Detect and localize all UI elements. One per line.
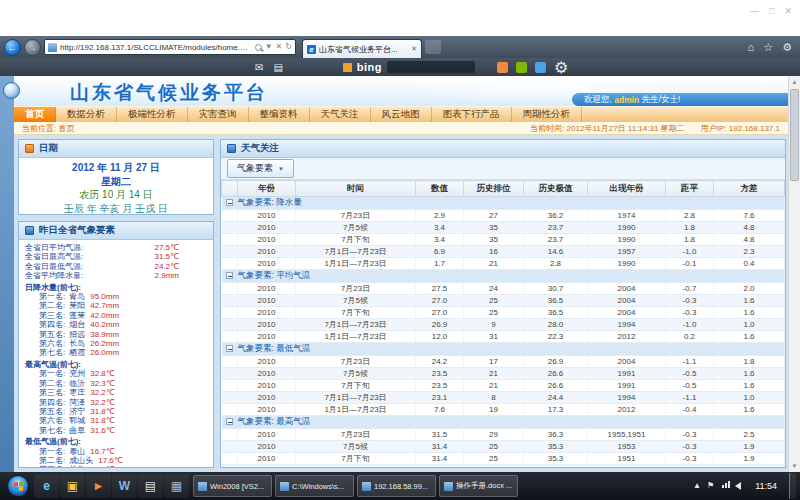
table-group-row[interactable]: 气象要素: 最高气温 xyxy=(222,416,785,429)
url-text[interactable]: http://192.168.137.1/SLCCLIMATE/modules/… xyxy=(60,43,252,52)
table-row[interactable]: 20107月1日—7月23日31.5933.01967-1.01.1 xyxy=(222,465,785,468)
scroll-up-icon[interactable]: ▲ xyxy=(789,76,800,88)
taskbar-window-button[interactable]: 操作手册.docx ... xyxy=(439,475,518,497)
table-cell: 2010 xyxy=(238,368,296,380)
window-caption-buttons: — □ ✕ xyxy=(750,6,792,16)
forward-button[interactable]: → xyxy=(24,39,41,56)
table-row[interactable]: 20107月5候27.02536.52004-0.31.6 xyxy=(222,295,785,307)
nav-item-5[interactable]: 整编资料 xyxy=(249,107,310,122)
table-group-row[interactable]: 气象要素: 降水量 xyxy=(222,197,785,210)
home-icon[interactable]: ⌂ xyxy=(748,41,755,53)
favorites-icon[interactable]: ☆ xyxy=(763,41,773,54)
table-row[interactable]: 20107月1日—7月23日6.91614.61957-1.02.3 xyxy=(222,246,785,258)
browser-tab[interactable]: e 山东省气候业务平台... ✕ xyxy=(302,39,422,58)
taskbar-ie-icon[interactable]: e xyxy=(34,474,59,498)
table-row[interactable]: 20101月1日—7月23日1.7212.81990-0.10.4 xyxy=(222,258,785,270)
taskbar-window-button[interactable]: 192.168.58.99... xyxy=(357,475,436,497)
address-bar[interactable]: http://192.168.137.1/SLCCLIMATE/modules/… xyxy=(44,39,296,55)
table-row[interactable]: 20107月下旬3.43523.719901.84.8 xyxy=(222,234,785,246)
table-cell: 2010 xyxy=(238,453,296,465)
nav-item-3[interactable]: 极端性分析 xyxy=(117,107,188,122)
nav-item-4[interactable]: 灾害查询 xyxy=(188,107,249,122)
start-button[interactable] xyxy=(7,475,29,497)
table-row[interactable]: 20107月5候31.42535.31953-0.31.9 xyxy=(222,441,785,453)
skydrive-icon[interactable] xyxy=(535,62,546,73)
nav-item-8[interactable]: 图表下行产品 xyxy=(432,107,512,122)
table-row[interactable]: 20107月下旬27.02536.52004-0.31.6 xyxy=(222,307,785,319)
stop-icon[interactable]: ✕ xyxy=(276,43,283,51)
table-row[interactable]: 20107月1日—7月23日23.1824.41994-1.11.0 xyxy=(222,392,785,404)
mail-icon[interactable]: ✉ xyxy=(255,62,263,73)
taskbar-window-button[interactable]: Win2008 [VS2... xyxy=(193,475,272,497)
table-cell: 7月下旬 xyxy=(296,307,416,319)
table-row[interactable]: 20107月23日31.52936.31955,1951-0.32.5 xyxy=(222,429,785,441)
messenger-icon[interactable] xyxy=(516,62,527,73)
action-center-icon[interactable]: ⚑ xyxy=(707,482,714,490)
weather-icon[interactable] xyxy=(497,62,508,73)
column-header: 方差 xyxy=(714,181,785,197)
taskbar-word-icon[interactable]: W xyxy=(112,474,137,498)
table-row[interactable]: 20107月23日27.52430.72004-0.72.0 xyxy=(222,283,785,295)
taskbar-media-player-icon[interactable]: ► xyxy=(86,474,111,498)
element-select-button[interactable]: 气象要素 ▼ xyxy=(227,159,294,178)
nav-item-1[interactable]: 首页 xyxy=(14,107,56,122)
taskbar-window-button[interactable]: C:\Windows\s... xyxy=(275,475,354,497)
search-icon[interactable] xyxy=(255,44,262,51)
weather-focus-panel: 天气关注 气象要素 ▼ 年份时间数值历史排位历史极值出现年份距平方差 气象要素:… xyxy=(220,139,786,468)
taskbar-notepad-icon[interactable]: ▤ xyxy=(138,474,163,498)
table-cell: 25 xyxy=(464,307,524,319)
back-button[interactable]: ← xyxy=(4,39,21,56)
window-maximize-button[interactable]: □ xyxy=(769,6,774,16)
taskbar-clock[interactable]: 11:54 xyxy=(749,481,783,491)
nav-item-2[interactable]: 数据分析 xyxy=(56,107,117,122)
hidden-icons-chevron[interactable]: ▲ xyxy=(693,482,701,490)
address-dropdown-icon[interactable]: ▼ xyxy=(265,43,273,51)
table-row[interactable]: 20107月23日2.92736.219742.87.6 xyxy=(222,210,785,222)
network-icon[interactable] xyxy=(722,485,724,488)
table-cell: 33.0 xyxy=(524,465,588,468)
scrollbar-thumb[interactable] xyxy=(790,89,799,181)
taskbar-terminal-icon[interactable]: ▦ xyxy=(164,474,189,498)
tools-icon[interactable]: ⚙ xyxy=(782,41,792,54)
window-close-button[interactable]: ✕ xyxy=(784,6,792,16)
element-select-label: 气象要素 xyxy=(237,162,273,175)
lunar-date-line: 农历 10 月 14 日 xyxy=(23,188,209,202)
table-cell: 30.7 xyxy=(524,283,588,295)
show-desktop-button[interactable] xyxy=(789,473,796,499)
window-minimize-button[interactable]: — xyxy=(750,6,759,16)
weather-panel-icon xyxy=(25,226,34,235)
group-toggle-icon[interactable] xyxy=(226,199,233,206)
table-group-row[interactable]: 气象要素: 平均气温 xyxy=(222,270,785,283)
refresh-icon[interactable]: ↻ xyxy=(285,43,292,51)
table-cell: 2010 xyxy=(238,441,296,453)
nav-item-6[interactable]: 天气关注 xyxy=(310,107,371,122)
table-cell: 2010 xyxy=(238,404,296,416)
table-row[interactable]: 20107月1日—7月23日26.9928.01994-1.01.0 xyxy=(222,319,785,331)
tab-close-icon[interactable]: ✕ xyxy=(411,45,417,53)
table-row[interactable]: 20107月5候3.43523.719901.84.8 xyxy=(222,222,785,234)
print-icon[interactable]: ▤ xyxy=(273,62,282,73)
table-cell: 2010 xyxy=(238,307,296,319)
table-cell: 1994 xyxy=(588,319,666,331)
table-cell: 2.8 xyxy=(524,258,588,270)
taskbar-explorer-icon[interactable]: ▣ xyxy=(60,474,85,498)
table-row[interactable]: 20107月下旬31.42535.31951-0.31.9 xyxy=(222,453,785,465)
scroll-down-icon[interactable]: ▼ xyxy=(789,460,800,472)
table-row[interactable]: 20107月23日24.21726.92004-1.11.8 xyxy=(222,356,785,368)
vertical-scrollbar[interactable]: ▲ ▼ xyxy=(788,76,800,472)
new-tab-button[interactable] xyxy=(425,40,441,54)
bing-search-input[interactable] xyxy=(387,61,475,73)
nav-item-9[interactable]: 周期性分析 xyxy=(512,107,583,122)
table-row[interactable]: 20107月下旬23.52126.61991-0.51.6 xyxy=(222,380,785,392)
toolbar-gear-icon[interactable]: ⚙ xyxy=(554,58,568,77)
table-cell: 1974 xyxy=(588,210,666,222)
volume-icon[interactable] xyxy=(735,482,741,490)
table-row[interactable]: 20101月1日—7月23日12.03122.320120.21.6 xyxy=(222,331,785,343)
table-row[interactable]: 20107月5候23.52126.61991-0.51.6 xyxy=(222,368,785,380)
group-toggle-icon[interactable] xyxy=(226,272,233,279)
nav-item-7[interactable]: 风云地图 xyxy=(371,107,432,122)
table-group-row[interactable]: 气象要素: 最低气温 xyxy=(222,343,785,356)
group-toggle-icon[interactable] xyxy=(226,418,233,425)
group-toggle-icon[interactable] xyxy=(226,345,233,352)
table-row[interactable]: 20101月1日—7月23日7.61917.32012-0.41.6 xyxy=(222,404,785,416)
